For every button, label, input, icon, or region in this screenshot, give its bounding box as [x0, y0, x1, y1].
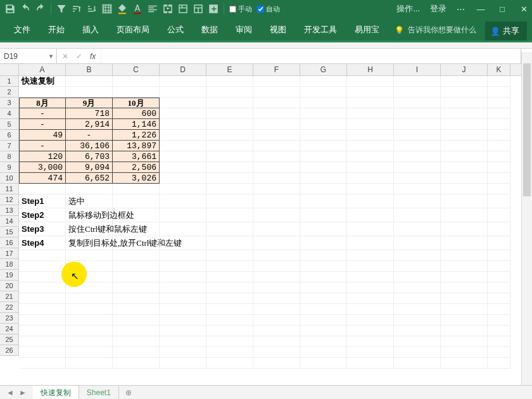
- cell[interactable]: [253, 261, 300, 272]
- font-color-icon[interactable]: [132, 3, 143, 15]
- cell[interactable]: [347, 98, 394, 108]
- cell[interactable]: [160, 208, 206, 222]
- cell[interactable]: [206, 184, 253, 194]
- cell[interactable]: [488, 315, 510, 326]
- cell[interactable]: [206, 151, 253, 162]
- cell[interactable]: [19, 326, 66, 336]
- row-header[interactable]: 8: [0, 151, 19, 162]
- add-sheet-icon[interactable]: ⊕: [119, 388, 138, 397]
- cell[interactable]: [300, 87, 347, 98]
- cell[interactable]: [347, 208, 394, 222]
- cell[interactable]: [160, 326, 206, 336]
- cancel-formula-icon[interactable]: ✕: [62, 52, 68, 61]
- cell[interactable]: [300, 336, 347, 347]
- cell[interactable]: [253, 358, 300, 369]
- cell[interactable]: [160, 87, 206, 98]
- table-cell[interactable]: 120: [19, 151, 66, 162]
- table-format-icon[interactable]: [193, 3, 204, 15]
- cell[interactable]: [394, 162, 441, 173]
- cell[interactable]: [253, 208, 300, 222]
- table-cell[interactable]: 2,506: [113, 162, 160, 173]
- table-header[interactable]: 8月: [19, 98, 66, 108]
- chevron-down-icon[interactable]: ▼: [48, 53, 54, 60]
- tab-devtools[interactable]: 开发工具: [295, 19, 346, 41]
- cell[interactable]: [160, 315, 206, 326]
- step-label[interactable]: Step3: [19, 222, 66, 236]
- cell[interactable]: [113, 358, 160, 369]
- cell[interactable]: [394, 184, 441, 194]
- close-icon[interactable]: ✕: [518, 3, 529, 15]
- cell[interactable]: [300, 236, 347, 250]
- cell[interactable]: [441, 347, 488, 358]
- cell[interactable]: [300, 304, 347, 315]
- cell[interactable]: [253, 272, 300, 282]
- cell[interactable]: [66, 184, 113, 194]
- cell[interactable]: [347, 184, 394, 194]
- cell[interactable]: [19, 304, 66, 315]
- cell[interactable]: [488, 162, 510, 173]
- cell[interactable]: [441, 173, 488, 184]
- table-cell[interactable]: 718: [66, 108, 113, 119]
- cell[interactable]: [488, 282, 510, 293]
- cell[interactable]: [19, 261, 66, 272]
- tab-review[interactable]: 审阅: [227, 19, 261, 41]
- cell[interactable]: [347, 141, 394, 151]
- cell[interactable]: [441, 304, 488, 315]
- step-desc[interactable]: 选中: [66, 194, 113, 208]
- cell[interactable]: [441, 222, 488, 236]
- tab-view[interactable]: 视图: [261, 19, 295, 41]
- cell[interactable]: [19, 272, 66, 282]
- merge-icon[interactable]: [162, 3, 174, 15]
- cell[interactable]: [113, 293, 160, 304]
- cell[interactable]: [19, 293, 66, 304]
- cell[interactable]: [19, 282, 66, 293]
- cell[interactable]: [206, 119, 253, 130]
- cell[interactable]: [206, 261, 253, 272]
- cell[interactable]: [253, 194, 300, 208]
- share-button[interactable]: 👤 共享: [485, 22, 527, 41]
- cell[interactable]: [394, 358, 441, 369]
- cell[interactable]: [347, 250, 394, 261]
- cell[interactable]: [300, 141, 347, 151]
- cell[interactable]: [113, 261, 160, 272]
- cell[interactable]: [160, 151, 206, 162]
- cell[interactable]: [441, 261, 488, 272]
- cell[interactable]: [488, 358, 510, 369]
- row-header[interactable]: 18: [0, 259, 19, 270]
- cell[interactable]: [160, 173, 206, 184]
- cell[interactable]: [441, 250, 488, 261]
- cell[interactable]: [300, 184, 347, 194]
- cell[interactable]: [347, 87, 394, 98]
- cell[interactable]: [488, 304, 510, 315]
- cell[interactable]: [441, 76, 488, 87]
- col-header[interactable]: A: [19, 64, 66, 75]
- cell[interactable]: [347, 151, 394, 162]
- cell[interactable]: [253, 173, 300, 184]
- cell[interactable]: [160, 347, 206, 358]
- cell[interactable]: [347, 272, 394, 282]
- cell[interactable]: [394, 151, 441, 162]
- cell[interactable]: [113, 222, 160, 236]
- cell[interactable]: [300, 208, 347, 222]
- cell[interactable]: [113, 236, 160, 250]
- table-cell[interactable]: -: [19, 141, 66, 151]
- cell[interactable]: [206, 130, 253, 141]
- cell[interactable]: [253, 236, 300, 250]
- cell[interactable]: [488, 250, 510, 261]
- cell[interactable]: [206, 162, 253, 173]
- cell[interactable]: [19, 184, 66, 194]
- borders-icon[interactable]: [101, 3, 113, 15]
- table-cell[interactable]: 6,703: [66, 151, 113, 162]
- cell[interactable]: [488, 347, 510, 358]
- fx-icon[interactable]: fx: [90, 52, 96, 61]
- cell[interactable]: [300, 194, 347, 208]
- tab-pagelayout[interactable]: 页面布局: [108, 19, 158, 41]
- cell[interactable]: [160, 336, 206, 347]
- cell[interactable]: [394, 130, 441, 141]
- cell[interactable]: [113, 208, 160, 222]
- cell[interactable]: [160, 141, 206, 151]
- cell[interactable]: [113, 272, 160, 282]
- cell[interactable]: [441, 162, 488, 173]
- cell[interactable]: [206, 98, 253, 108]
- table-cell[interactable]: -: [19, 119, 66, 130]
